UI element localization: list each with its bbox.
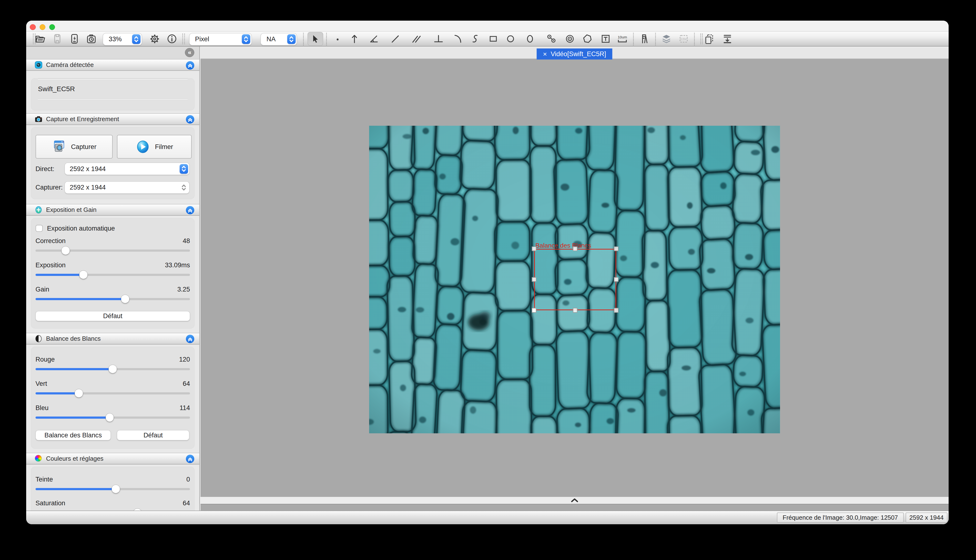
capture-resolution-select[interactable]: 2592 x 1944 (65, 182, 189, 193)
unit-select[interactable]: Pixel (189, 33, 251, 45)
slider-thumb[interactable] (121, 295, 129, 303)
slider-thumb[interactable] (112, 485, 120, 493)
exposure-slider[interactable] (35, 270, 190, 279)
arrow-tool-button[interactable] (348, 32, 361, 46)
region-handle[interactable] (532, 308, 536, 313)
linked-annotation-tool-button[interactable] (545, 32, 558, 46)
unit-stepper-icon[interactable] (242, 34, 250, 44)
measure-tool-button[interactable] (637, 32, 651, 46)
circle-tool-button[interactable] (504, 32, 518, 46)
minimize-window-button[interactable] (40, 24, 45, 30)
polygon-tool-button[interactable] (580, 32, 594, 46)
export-frames-button[interactable] (720, 32, 734, 46)
cursor-icon (310, 33, 321, 44)
region-handle[interactable] (532, 277, 536, 282)
line-tool-button[interactable] (388, 32, 402, 46)
capture-button[interactable]: Capturer (35, 135, 113, 158)
live-resolution-stepper-icon[interactable] (180, 164, 188, 174)
open-folder-button[interactable] (33, 32, 47, 46)
white-balance-panel-header[interactable]: Balance des Blancs (26, 333, 199, 345)
csv-export-button[interactable]: CSV (677, 32, 690, 46)
red-slider[interactable] (35, 365, 190, 373)
flash-capture-button[interactable] (67, 32, 81, 46)
concentric-circles-icon (564, 33, 575, 45)
bottom-panel-toggle[interactable] (201, 497, 949, 504)
auto-exposure-checkbox[interactable] (35, 225, 43, 232)
live-resolution-select[interactable]: 2592 x 1944 (65, 163, 189, 175)
region-handle[interactable] (532, 247, 536, 251)
correction-slider[interactable] (35, 246, 190, 255)
exposure-panel-header[interactable]: Exposition et Gain (26, 204, 199, 216)
fullscreen-window-button[interactable] (49, 24, 55, 30)
slider-thumb[interactable] (133, 509, 142, 510)
camera-panel-header[interactable]: Caméra détectée (26, 59, 199, 71)
capture-resolution-stepper-icon[interactable] (180, 183, 188, 192)
timed-capture-button[interactable] (84, 32, 98, 46)
slider-thumb[interactable] (109, 365, 117, 373)
slider-thumb[interactable] (75, 389, 83, 397)
camera-live-view[interactable]: Balance des Blancs (369, 126, 780, 433)
sidebar-collapse-button[interactable]: « (185, 48, 194, 57)
close-window-button[interactable] (30, 24, 35, 30)
region-handle[interactable] (573, 308, 577, 313)
white-balance-button[interactable]: Balance des Blancs (35, 430, 111, 440)
zoom-level-select[interactable]: 33% (103, 33, 142, 45)
hue-slider[interactable] (35, 484, 190, 493)
zoom-stepper-icon[interactable] (132, 34, 140, 44)
rectangle-tool-button[interactable] (486, 32, 500, 46)
blue-slider[interactable] (35, 413, 190, 422)
hue-value: 0 (186, 475, 190, 483)
camera-panel-collapse-button[interactable] (186, 61, 194, 70)
slider-thumb[interactable] (62, 247, 70, 255)
line-icon (389, 33, 401, 45)
record-button[interactable]: Filmer (117, 135, 192, 158)
green-value: 64 (183, 380, 190, 387)
angle-tool-button[interactable] (368, 32, 381, 46)
camera-list-item[interactable]: Swift_EC5R (35, 79, 190, 98)
text-tool-button[interactable] (599, 32, 612, 46)
exposure-default-button[interactable]: Défaut (35, 311, 190, 321)
toolbar-separator (655, 33, 656, 45)
ellipse-tool-button[interactable] (523, 32, 537, 46)
white-balance-default-button[interactable]: Défaut (117, 430, 189, 440)
svg-text:CSV: CSV (680, 37, 687, 41)
white-balance-icon (35, 335, 42, 342)
green-slider[interactable] (35, 389, 190, 397)
point-tool-button[interactable] (331, 32, 344, 46)
gain-slider[interactable] (35, 294, 190, 303)
arc-tool-button[interactable] (451, 32, 465, 46)
tab-video[interactable]: × Vidéo[Swift_EC5R] (537, 48, 612, 60)
magnification-stepper-icon[interactable] (287, 34, 296, 44)
slider-thumb[interactable] (79, 271, 87, 279)
region-handle[interactable] (573, 247, 577, 251)
concentric-circles-tool-button[interactable] (563, 32, 577, 46)
saturation-slider[interactable] (35, 508, 190, 510)
capture-panel-header[interactable]: Capture et Enregistrement (26, 113, 199, 125)
exposure-panel-collapse-button[interactable] (186, 206, 194, 215)
layers-button[interactable] (660, 32, 673, 46)
gain-label: Gain (35, 285, 49, 293)
white-balance-region[interactable] (534, 249, 616, 310)
colors-panel-collapse-button[interactable] (186, 455, 194, 463)
capture-panel-collapse-button[interactable] (186, 115, 194, 123)
tab-close-icon[interactable]: × (543, 51, 547, 58)
info-button[interactable] (165, 32, 179, 46)
select-tool-button[interactable] (308, 32, 323, 46)
scalebar-tool-button[interactable]: 10um (615, 32, 629, 46)
colors-panel-header[interactable]: Couleurs et réglages (26, 453, 199, 465)
settings-button[interactable] (148, 32, 162, 46)
layers-icon (661, 33, 672, 45)
white-balance-panel-collapse-button[interactable] (186, 335, 194, 343)
magnification-select[interactable]: NA (261, 33, 297, 45)
timer-camera-icon (86, 33, 97, 45)
save-button[interactable] (50, 32, 64, 46)
parallel-lines-tool-button[interactable] (410, 32, 423, 46)
slider-thumb[interactable] (106, 413, 114, 422)
curve-tool-button[interactable] (468, 32, 482, 46)
region-handle[interactable] (614, 247, 618, 251)
perpendicular-tool-button[interactable] (431, 32, 445, 46)
region-handle[interactable] (614, 308, 618, 313)
gain-row: Gain3.25 (35, 282, 190, 306)
region-handle[interactable] (614, 277, 618, 282)
copy-image-button[interactable] (702, 32, 716, 46)
